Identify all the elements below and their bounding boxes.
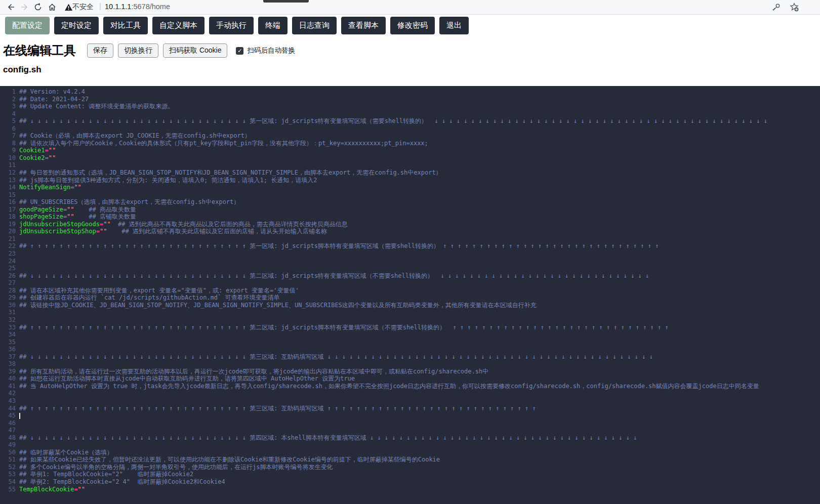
back-icon[interactable] xyxy=(5,2,16,13)
code-line[interactable]: 6 xyxy=(0,125,820,133)
line-number: 38 xyxy=(0,360,19,368)
code-line[interactable]: 28## 请在本区域补充其他你需要用到变量，export 变量名="变量值"，或… xyxy=(0,287,820,295)
key-icon[interactable] xyxy=(770,2,782,13)
line-number: 30 xyxy=(0,302,19,309)
line-number: 53 xyxy=(0,471,19,478)
forward-icon[interactable] xyxy=(19,2,30,13)
code-line[interactable]: 13## js脚本每日签到提供3种通知方式，分别为: 关闭通知，请填入0; 简洁… xyxy=(0,177,820,184)
code-line[interactable]: 25 xyxy=(0,265,820,272)
line-number: 27 xyxy=(0,279,19,287)
code-line[interactable]: 2## Date: 2021-04-27 xyxy=(0,96,820,103)
nav-item-log-query[interactable]: 日志查询 xyxy=(292,17,337,34)
code-line[interactable]: 50## 临时屏蔽某个Cookie（选填） xyxy=(0,449,820,456)
code-line[interactable]: 21 xyxy=(0,235,820,243)
code-line[interactable]: 40## 如想在运行互助活动脚本时直接从jcode中自动获取互助码并进行互助，请… xyxy=(0,375,820,383)
code-line[interactable]: 32 xyxy=(0,316,820,324)
bookmark-add-icon[interactable] xyxy=(789,2,800,13)
line-number: 50 xyxy=(0,449,19,456)
code-line[interactable]: 12## 每日签到的通知形式（选填，JD_BEAN_SIGN_STOP_NOTI… xyxy=(0,169,820,177)
line-number: 7 xyxy=(0,132,19,140)
code-line[interactable]: 7## Cookie（必填，由脚本去export JD_COOKIE，无需在co… xyxy=(0,132,820,140)
save-button[interactable]: 保存 xyxy=(87,44,113,58)
refresh-icon[interactable] xyxy=(32,2,44,13)
code-line[interactable]: 5## ↓ ↓ ↓ ↓ ↓ ↓ ↓ ↓ ↓ ↓ ↓ ↓ ↓ ↓ ↓ ↓ ↓ ↓ … xyxy=(0,117,820,125)
code-line[interactable]: 36 xyxy=(0,346,820,353)
code-line[interactable]: 55TempBlockCookie="" xyxy=(0,486,820,493)
code-line[interactable]: 37## ↓ ↓ ↓ ↓ ↓ ↓ ↓ ↓ ↓ ↓ ↓ ↓ ↓ ↓ ↓ ↓ ↓ ↓… xyxy=(0,353,820,361)
code-line[interactable]: 29## 创建容器后在容器内运行 `cat /jd/scripts/github… xyxy=(0,294,820,302)
code-line[interactable]: 39## 所有互助码活动，请在运行过一次需要互助的活动脚本以后，再运行一次jco… xyxy=(0,368,820,375)
toggle-wrap-button[interactable]: 切换换行 xyxy=(118,44,158,58)
code-line[interactable]: 35 xyxy=(0,339,820,346)
code-line[interactable]: 33## ↑ ↑ ↑ ↑ ↑ ↑ ↑ ↑ ↑ ↑ ↑ ↑ ↑ ↑ ↑ ↑ ↑ ↑… xyxy=(0,324,820,331)
code-line[interactable]: 31 xyxy=(0,309,820,316)
line-number: 35 xyxy=(0,339,19,346)
code-line[interactable]: 10Cookie2="" xyxy=(0,154,820,162)
code-line[interactable]: 48## ↓ ↓ ↓ ↓ ↓ ↓ ↓ ↓ ↓ ↓ ↓ ↓ ↓ ↓ ↓ ↓ ↓ ↓… xyxy=(0,434,820,442)
nav-item-schedule[interactable]: 定时设定 xyxy=(54,17,99,34)
browser-tab[interactable] xyxy=(263,0,309,3)
address-url[interactable]: 10.1.1.1:5678/home xyxy=(105,3,170,11)
security-label[interactable]: 不安全 xyxy=(72,3,94,12)
code-line[interactable]: 9Cookie1="" xyxy=(0,147,820,154)
code-line[interactable]: 23 xyxy=(0,250,820,258)
code-line[interactable]: 54## 举例2: TempBlockCookie="2 4" 临时屏蔽掉Coo… xyxy=(0,478,820,486)
code-line[interactable]: 49 xyxy=(0,441,820,449)
code-line[interactable]: 47 xyxy=(0,427,820,434)
code-line[interactable]: 16## UN_SUBSCRIBES（选填，由脚本去export，无需在conf… xyxy=(0,198,820,206)
code-line[interactable]: 11 xyxy=(0,161,820,169)
line-number: 19 xyxy=(0,221,19,228)
line-number: 17 xyxy=(0,206,19,214)
code-line[interactable]: 43 xyxy=(0,397,820,405)
nav-item-view-script[interactable]: 查看脚本 xyxy=(341,17,386,34)
code-line[interactable]: 14NotifyBeanSign="" xyxy=(0,184,820,191)
code-line[interactable]: 52## 多个Cookie编号以半角的空格分隔，两侧一对半角双引号，使用此功能后… xyxy=(0,464,820,471)
editor-toolbar: 在线编辑工具 保存 切换换行 扫码获取 Cookie ✓ 扫码后自动替换 xyxy=(3,43,295,59)
code-line[interactable]: 20jdUnsubscribeStopShop="" ## 遇到此店铺不再取关此… xyxy=(0,228,820,235)
home-icon[interactable] xyxy=(47,2,58,13)
code-line[interactable]: 3## Update Content: 调整环境变量清单的获取来源。 xyxy=(0,103,820,110)
code-line[interactable]: 42 xyxy=(0,390,820,397)
code-line[interactable]: 53## 举例1: TempBlockCookie="2" 临时屏蔽掉Cooki… xyxy=(0,471,820,478)
nav-item-custom-script[interactable]: 自定义脚本 xyxy=(152,17,204,34)
nav-item-manual-run[interactable]: 手动执行 xyxy=(209,17,254,34)
code-line[interactable]: 15 xyxy=(0,191,820,199)
line-number: 6 xyxy=(0,125,19,133)
line-number: 23 xyxy=(0,250,19,258)
code-line[interactable]: 44## ↑ ↑ ↑ ↑ ↑ ↑ ↑ ↑ ↑ ↑ ↑ ↑ ↑ ↑ ↑ ↑ ↑ ↑… xyxy=(0,405,820,412)
line-number: 14 xyxy=(0,184,19,191)
code-line[interactable]: 26## ↓ ↓ ↓ ↓ ↓ ↓ ↓ ↓ ↓ ↓ ↓ ↓ ↓ ↓ ↓ ↓ ↓ ↓… xyxy=(0,272,820,280)
code-line[interactable]: 34 xyxy=(0,331,820,339)
code-line[interactable]: 18shopPageSize="" ## 店铺取关数量 xyxy=(0,213,820,221)
browser-chrome: 不安全 | 10.1.1.1:5678/home xyxy=(0,0,820,15)
nav-item-terminal[interactable]: 终端 xyxy=(258,17,288,34)
code-line[interactable]: 27 xyxy=(0,279,820,287)
code-line[interactable]: 38 xyxy=(0,360,820,368)
code-line[interactable]: 19jdUnsubscribeStopGoods="" ## 遇到此商品不再取关… xyxy=(0,221,820,228)
code-editor[interactable]: 1## Version: v4.2.42## Date: 2021-04-273… xyxy=(0,86,820,504)
nav-item-change-password[interactable]: 修改密码 xyxy=(390,17,435,34)
nav-item-compare[interactable]: 对比工具 xyxy=(103,17,148,34)
url-path: :5678/home xyxy=(131,3,170,11)
code-line[interactable]: 24 xyxy=(0,258,820,265)
auto-replace-label[interactable]: 扫码后自动替换 xyxy=(247,46,295,55)
code-line[interactable]: 17goodPageSize="" ## 商品取关数量 xyxy=(0,206,820,214)
code-line[interactable]: 51## 如果某些Cookie已经失效了，但暂时还没法更新，可以使用此功能在不删… xyxy=(0,456,820,464)
url-divider: | xyxy=(99,2,101,10)
nav-item-logout[interactable]: 退出 xyxy=(439,17,469,34)
code-line[interactable]: 45 xyxy=(0,412,820,419)
code-line[interactable]: 22## ↑ ↑ ↑ ↑ ↑ ↑ ↑ ↑ ↑ ↑ ↑ ↑ ↑ ↑ ↑ ↑ ↑ ↑… xyxy=(0,242,820,250)
code-line[interactable]: 4 xyxy=(0,110,820,118)
code-line[interactable]: 41## 当 AutoHelpOther 设置为 true 时，jtask会先导… xyxy=(0,383,820,390)
nav-bar: 配置设定定时设定对比工具自定义脚本手动执行终端日志查询查看脚本修改密码退出 xyxy=(0,15,820,40)
code-line[interactable]: 1## Version: v4.2.4 xyxy=(0,88,820,96)
line-number: 34 xyxy=(0,331,19,339)
line-number: 37 xyxy=(0,353,19,361)
auto-replace-checkbox[interactable]: ✓ xyxy=(236,47,243,55)
nav-item-config[interactable]: 配置设定 xyxy=(5,17,50,34)
code-line[interactable]: 46 xyxy=(0,419,820,427)
scan-cookie-button[interactable]: 扫码获取 Cookie xyxy=(163,44,227,58)
code-line[interactable]: 30## 该链接中除JD_COOKIE、JD_BEAN_SIGN_STOP_NO… xyxy=(0,302,820,309)
code-line[interactable]: 8## 请依次填入每个用户的Cookie，Cookie的具体形式（只有pt_ke… xyxy=(0,140,820,147)
line-number: 9 xyxy=(0,147,19,154)
